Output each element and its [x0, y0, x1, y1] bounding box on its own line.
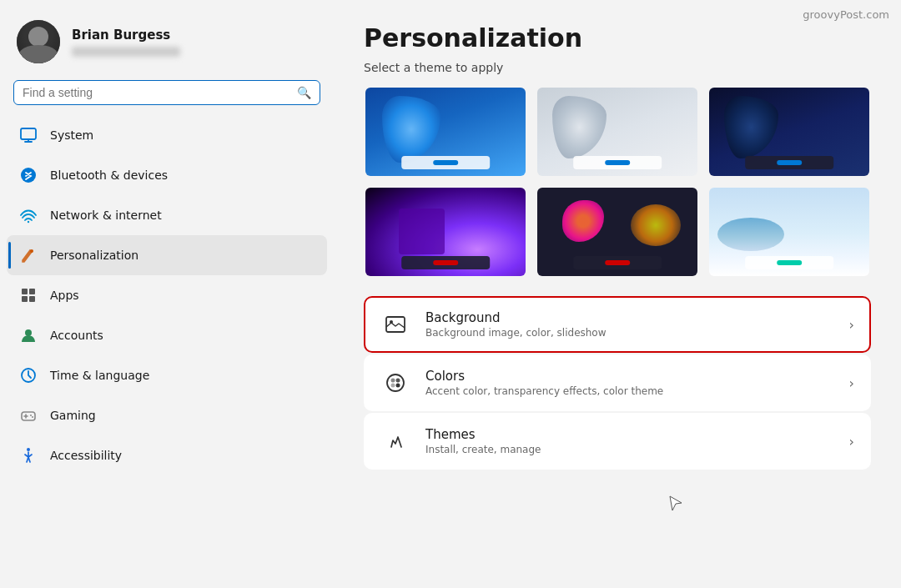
user-info: Brian Burgess	[72, 28, 180, 57]
user-section: Brian Burgess	[0, 0, 334, 77]
avatar	[17, 20, 60, 63]
watermark: groovyPost.com	[803, 8, 889, 21]
apps-icon	[18, 285, 38, 305]
sidebar-item-time[interactable]: Time & language	[7, 355, 327, 395]
accounts-icon	[18, 325, 38, 345]
background-subtitle: Background image, color, slideshow	[425, 327, 834, 339]
theme-taskbar-4	[401, 256, 490, 269]
search-input[interactable]	[23, 86, 290, 99]
page-title: Personalization	[364, 23, 871, 53]
svg-point-20	[396, 384, 400, 388]
themes-text: Themes Install, create, manage	[425, 427, 834, 455]
accessibility-icon	[18, 445, 38, 465]
accessibility-label: Accessibility	[50, 449, 122, 462]
svg-point-15	[390, 320, 393, 324]
themes-grid	[364, 86, 871, 278]
themes-subtitle: Install, create, manage	[425, 444, 834, 455]
search-icon: 🔍	[297, 86, 311, 99]
search-box[interactable]: 🔍	[13, 80, 320, 105]
personalization-label: Personalization	[50, 249, 138, 262]
sidebar-item-gaming[interactable]: Gaming	[7, 395, 327, 435]
svg-point-8	[25, 329, 32, 336]
theme-card-sky[interactable]	[707, 186, 871, 278]
system-icon	[18, 125, 38, 145]
settings-item-themes[interactable]: Themes Install, create, manage ›	[364, 413, 871, 470]
background-title: Background	[425, 310, 834, 325]
svg-point-13	[27, 448, 30, 451]
time-label: Time & language	[50, 369, 149, 382]
sidebar-item-apps[interactable]: Apps	[7, 275, 327, 315]
sidebar-item-system[interactable]: System	[7, 115, 327, 155]
background-chevron: ›	[849, 317, 854, 333]
accounts-label: Accounts	[50, 329, 103, 342]
svg-point-17	[391, 379, 395, 383]
svg-point-19	[391, 384, 395, 388]
sidebar: Brian Burgess 🔍 System	[0, 0, 334, 588]
settings-window: Brian Burgess 🔍 System	[0, 0, 901, 588]
theme-taskbar-3	[745, 156, 833, 169]
sidebar-item-network[interactable]: Network & internet	[7, 195, 327, 235]
settings-item-colors[interactable]: Colors Accent color, transparency effect…	[364, 354, 871, 411]
svg-point-3	[30, 249, 33, 253]
personalization-icon	[18, 245, 38, 265]
svg-rect-6	[22, 296, 28, 302]
network-icon	[18, 205, 38, 225]
theme-card-blue[interactable]	[364, 86, 527, 178]
themes-title: Themes	[425, 427, 834, 442]
svg-point-2	[28, 221, 29, 223]
themes-chevron: ›	[849, 434, 854, 450]
theme-taskbar-5	[573, 256, 662, 269]
gaming-label: Gaming	[50, 409, 96, 422]
theme-section-label: Select a theme to apply	[364, 61, 871, 74]
bluetooth-icon	[18, 165, 38, 185]
colors-title: Colors	[425, 369, 834, 384]
settings-item-background[interactable]: Background Background image, color, slid…	[364, 296, 871, 353]
theme-card-dark[interactable]	[707, 86, 871, 178]
svg-point-16	[387, 374, 404, 391]
svg-rect-7	[29, 296, 35, 302]
main-content: groovyPost.com Personalization Select a …	[334, 0, 901, 588]
svg-point-11	[30, 415, 32, 416]
theme-taskbar-6	[745, 256, 833, 269]
bluetooth-label: Bluetooth & devices	[50, 168, 168, 182]
sidebar-item-bluetooth[interactable]: Bluetooth & devices	[7, 155, 327, 195]
user-name: Brian Burgess	[72, 28, 180, 43]
theme-taskbar-2	[573, 156, 662, 169]
gaming-icon	[18, 405, 38, 425]
background-icon	[380, 309, 410, 339]
background-text: Background Background image, color, slid…	[425, 310, 834, 339]
colors-subtitle: Accent color, transparency effects, colo…	[425, 385, 834, 397]
theme-card-gray[interactable]	[536, 86, 699, 178]
network-label: Network & internet	[50, 209, 162, 222]
svg-rect-5	[29, 289, 35, 294]
sidebar-item-accounts[interactable]: Accounts	[7, 315, 327, 355]
sidebar-item-personalization[interactable]: Personalization	[7, 235, 327, 275]
theme-taskbar-1	[401, 156, 490, 169]
theme-card-flower[interactable]	[536, 186, 699, 278]
nav-items: System Bluetooth & devices	[0, 115, 334, 475]
svg-point-18	[396, 379, 400, 383]
mouse-cursor	[668, 495, 683, 513]
system-label: System	[50, 128, 93, 142]
colors-text: Colors Accent color, transparency effect…	[425, 369, 834, 397]
svg-point-12	[32, 416, 33, 418]
svg-rect-4	[22, 289, 28, 294]
colors-chevron: ›	[849, 375, 854, 391]
themes-icon	[380, 426, 410, 456]
apps-label: Apps	[50, 289, 79, 302]
sidebar-item-accessibility[interactable]: Accessibility	[7, 435, 327, 475]
theme-card-purple[interactable]	[364, 186, 527, 278]
colors-icon	[380, 368, 410, 398]
time-icon	[18, 365, 38, 385]
user-email	[72, 47, 180, 57]
settings-list: Background Background image, color, slid…	[364, 296, 871, 470]
svg-rect-0	[21, 128, 36, 139]
